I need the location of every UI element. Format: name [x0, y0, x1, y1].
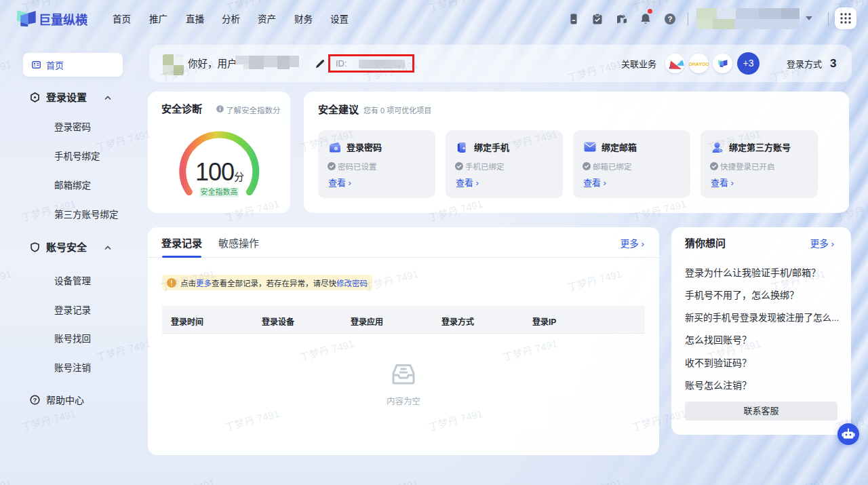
- svg-text:?: ?: [33, 397, 37, 404]
- svg-text:OHAYOO: OHAYOO: [689, 62, 709, 66]
- svg-text:?: ?: [668, 15, 673, 23]
- svg-text:✦: ✦: [462, 146, 466, 151]
- svg-text:✻: ✻: [334, 146, 338, 152]
